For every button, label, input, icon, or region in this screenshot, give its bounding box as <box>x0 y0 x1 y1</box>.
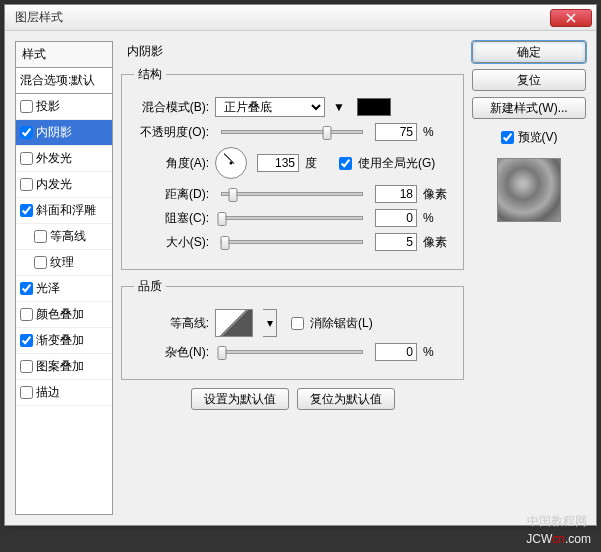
style-label-11: 描边 <box>36 384 60 401</box>
contour-picker-button[interactable]: ▾ <box>263 309 277 337</box>
noise-slider[interactable] <box>221 350 363 354</box>
style-checkbox-2[interactable] <box>20 152 33 165</box>
titlebar[interactable]: 图层样式 <box>5 5 596 31</box>
style-item-9[interactable]: 渐变叠加 <box>16 328 112 354</box>
style-label-1: 内阴影 <box>36 124 72 141</box>
chevron-down-icon[interactable]: ▼ <box>331 98 347 116</box>
choke-slider[interactable] <box>221 216 363 220</box>
style-item-11[interactable]: 描边 <box>16 380 112 406</box>
opacity-row: 不透明度(O): % <box>134 123 451 141</box>
style-label-5: 等高线 <box>50 228 86 245</box>
style-checkbox-11[interactable] <box>20 386 33 399</box>
style-checkbox-5[interactable] <box>34 230 47 243</box>
section-title: 内阴影 <box>127 43 464 60</box>
opacity-slider[interactable] <box>221 130 363 134</box>
new-style-button[interactable]: 新建样式(W)... <box>472 97 586 119</box>
size-unit: 像素 <box>423 234 451 251</box>
distance-input[interactable] <box>375 185 417 203</box>
size-input[interactable] <box>375 233 417 251</box>
style-item-1[interactable]: 内阴影 <box>16 120 112 146</box>
dialog-body: 样式 混合选项:默认 投影内阴影外发光内发光斜面和浮雕等高线纹理光泽颜色叠加渐变… <box>5 31 596 525</box>
style-label-4: 斜面和浮雕 <box>36 202 96 219</box>
preview-label: 预览(V) <box>518 129 558 146</box>
angle-label: 角度(A): <box>134 155 209 172</box>
style-label-9: 渐变叠加 <box>36 332 84 349</box>
style-checkbox-1[interactable] <box>20 126 33 139</box>
antialias-checkbox[interactable] <box>291 317 304 330</box>
global-light-checkbox[interactable] <box>339 157 352 170</box>
close-icon <box>566 13 576 23</box>
preview-checkbox[interactable] <box>501 131 514 144</box>
style-item-8[interactable]: 颜色叠加 <box>16 302 112 328</box>
style-label-10: 图案叠加 <box>36 358 84 375</box>
noise-input[interactable] <box>375 343 417 361</box>
style-label-3: 内发光 <box>36 176 72 193</box>
style-item-5[interactable]: 等高线 <box>16 224 112 250</box>
choke-label: 阻塞(C): <box>134 210 209 227</box>
angle-unit: 度 <box>305 155 333 172</box>
global-light-label: 使用全局光(G) <box>358 155 435 172</box>
right-panel: 确定 复位 新建样式(W)... 预览(V) <box>472 41 586 515</box>
style-item-7[interactable]: 光泽 <box>16 276 112 302</box>
size-row: 大小(S): 像素 <box>134 233 451 251</box>
noise-label: 杂色(N): <box>134 344 209 361</box>
main-panel: 内阴影 结构 混合模式(B): 正片叠底 ▼ 不透明度(O): % 角度(A): <box>121 41 464 515</box>
style-checkbox-6[interactable] <box>34 256 47 269</box>
quality-legend: 品质 <box>134 278 166 295</box>
blend-mode-row: 混合模式(B): 正片叠底 ▼ <box>134 97 451 117</box>
quality-fieldset: 品质 等高线: ▾ 消除锯齿(L) 杂色(N): % <box>121 278 464 380</box>
style-label-6: 纹理 <box>50 254 74 271</box>
style-item-4[interactable]: 斜面和浮雕 <box>16 198 112 224</box>
style-item-6[interactable]: 纹理 <box>16 250 112 276</box>
styles-header: 样式 <box>16 42 112 68</box>
shadow-color-swatch[interactable] <box>357 98 391 116</box>
distance-row: 距离(D): 像素 <box>134 185 451 203</box>
style-checkbox-8[interactable] <box>20 308 33 321</box>
size-label: 大小(S): <box>134 234 209 251</box>
ok-button[interactable]: 确定 <box>472 41 586 63</box>
choke-input[interactable] <box>375 209 417 227</box>
distance-slider[interactable] <box>221 192 363 196</box>
contour-label: 等高线: <box>134 315 209 332</box>
style-checkbox-3[interactable] <box>20 178 33 191</box>
style-item-2[interactable]: 外发光 <box>16 146 112 172</box>
opacity-label: 不透明度(O): <box>134 124 209 141</box>
set-default-button[interactable]: 设置为默认值 <box>191 388 289 410</box>
blend-options-item[interactable]: 混合选项:默认 <box>16 68 112 94</box>
size-slider[interactable] <box>221 240 363 244</box>
style-label-2: 外发光 <box>36 150 72 167</box>
preview-thumbnail <box>497 158 561 222</box>
style-label-0: 投影 <box>36 98 60 115</box>
style-item-10[interactable]: 图案叠加 <box>16 354 112 380</box>
style-checkbox-4[interactable] <box>20 204 33 217</box>
opacity-input[interactable] <box>375 123 417 141</box>
style-label-7: 光泽 <box>36 280 60 297</box>
cancel-button[interactable]: 复位 <box>472 69 586 91</box>
distance-label: 距离(D): <box>134 186 209 203</box>
preview-row: 预览(V) <box>501 129 558 146</box>
noise-unit: % <box>423 345 451 359</box>
style-item-0[interactable]: 投影 <box>16 94 112 120</box>
angle-dial[interactable] <box>215 147 247 179</box>
blend-mode-select[interactable]: 正片叠底 <box>215 97 325 117</box>
close-button[interactable] <box>550 9 592 27</box>
contour-swatch[interactable] <box>215 309 253 337</box>
blend-mode-label: 混合模式(B): <box>134 99 209 116</box>
reset-default-button[interactable]: 复位为默认值 <box>297 388 395 410</box>
dialog-title: 图层样式 <box>15 9 550 26</box>
structure-legend: 结构 <box>134 66 166 83</box>
antialias-label: 消除锯齿(L) <box>310 315 373 332</box>
angle-row: 角度(A): 度 使用全局光(G) <box>134 147 451 179</box>
choke-row: 阻塞(C): % <box>134 209 451 227</box>
noise-row: 杂色(N): % <box>134 343 451 361</box>
style-item-3[interactable]: 内发光 <box>16 172 112 198</box>
style-checkbox-0[interactable] <box>20 100 33 113</box>
opacity-unit: % <box>423 125 451 139</box>
style-checkbox-10[interactable] <box>20 360 33 373</box>
style-checkbox-9[interactable] <box>20 334 33 347</box>
choke-unit: % <box>423 211 451 225</box>
style-label-8: 颜色叠加 <box>36 306 84 323</box>
angle-input[interactable] <box>257 154 299 172</box>
contour-row: 等高线: ▾ 消除锯齿(L) <box>134 309 451 337</box>
style-checkbox-7[interactable] <box>20 282 33 295</box>
